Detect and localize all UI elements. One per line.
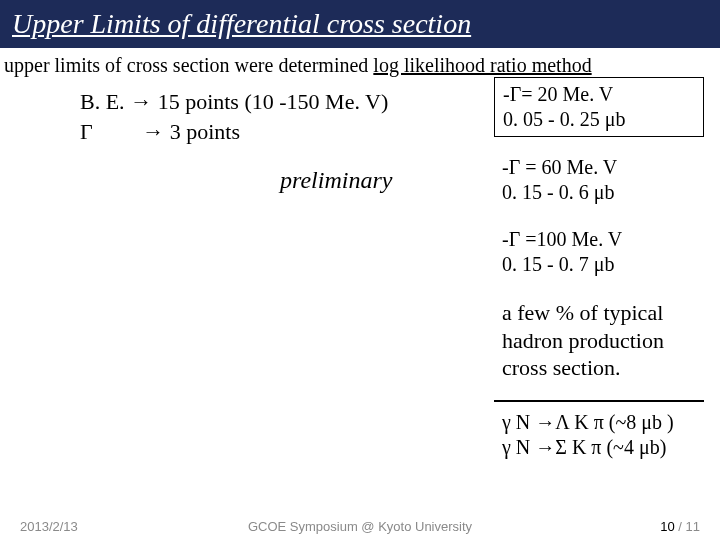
result-line: -Γ =100 Me. V bbox=[502, 227, 696, 252]
footer-date: 2013/2/13 bbox=[20, 519, 78, 534]
arrow-icon: → bbox=[130, 89, 152, 114]
arrow-icon: → bbox=[98, 119, 164, 144]
preliminary-label: preliminary bbox=[280, 167, 392, 194]
footer-venue: GCOE Symposium @ Kyoto University bbox=[248, 519, 472, 534]
result-line: -Γ= 20 Me. V bbox=[503, 82, 695, 107]
reaction-line: γ N →Σ K π (~4 μb) bbox=[502, 435, 696, 460]
title-bar: Upper Limits of differential cross secti… bbox=[0, 0, 720, 48]
subhead: upper limits of cross section were deter… bbox=[0, 48, 720, 77]
scan-points: B. E. → 15 points (10 -150 Me. V) Γ → 3 … bbox=[80, 87, 388, 146]
gamma-points: 3 points bbox=[170, 119, 240, 144]
scan-row-be: B. E. → 15 points (10 -150 Me. V) bbox=[80, 87, 388, 117]
label-gamma: Γ bbox=[80, 119, 93, 144]
subhead-plain: upper limits of cross section were deter… bbox=[4, 54, 373, 76]
result-box-20mev: -Γ= 20 Me. V 0. 05 - 0. 25 μb bbox=[494, 77, 704, 137]
reaction-line: γ N →Λ K π (~8 μb ) bbox=[502, 410, 696, 435]
result-line: -Γ = 60 Me. V bbox=[502, 155, 696, 180]
reaction-list: γ N →Λ K π (~8 μb ) γ N →Σ K π (~4 μb) bbox=[494, 410, 704, 464]
right-column: -Γ= 20 Me. V 0. 05 - 0. 25 μb -Γ = 60 Me… bbox=[494, 77, 704, 478]
result-line: 0. 05 - 0. 25 μb bbox=[503, 107, 695, 132]
result-60mev: -Γ = 60 Me. V 0. 15 - 0. 6 μb bbox=[494, 151, 704, 209]
be-points: 15 points (10 -150 Me. V) bbox=[158, 89, 389, 114]
result-line: 0. 15 - 0. 6 μb bbox=[502, 180, 696, 205]
page-total: 11 bbox=[686, 519, 700, 534]
label-be: B. E. bbox=[80, 89, 125, 114]
scan-row-gamma: Γ → 3 points bbox=[80, 117, 388, 147]
divider bbox=[494, 400, 704, 402]
page-sep: / bbox=[675, 519, 686, 534]
subhead-underlined: log likelihood ratio method bbox=[373, 54, 591, 76]
page-current: 10 bbox=[660, 519, 674, 534]
page-number: 10 / 11 bbox=[660, 519, 700, 534]
page-title: Upper Limits of differential cross secti… bbox=[12, 8, 471, 40]
result-line: 0. 15 - 0. 7 μb bbox=[502, 252, 696, 277]
footer: 2013/2/13 GCOE Symposium @ Kyoto Univers… bbox=[0, 512, 720, 534]
result-100mev: -Γ =100 Me. V 0. 15 - 0. 7 μb bbox=[494, 223, 704, 281]
typical-fraction: a few % of typical hadron production cro… bbox=[494, 295, 704, 386]
